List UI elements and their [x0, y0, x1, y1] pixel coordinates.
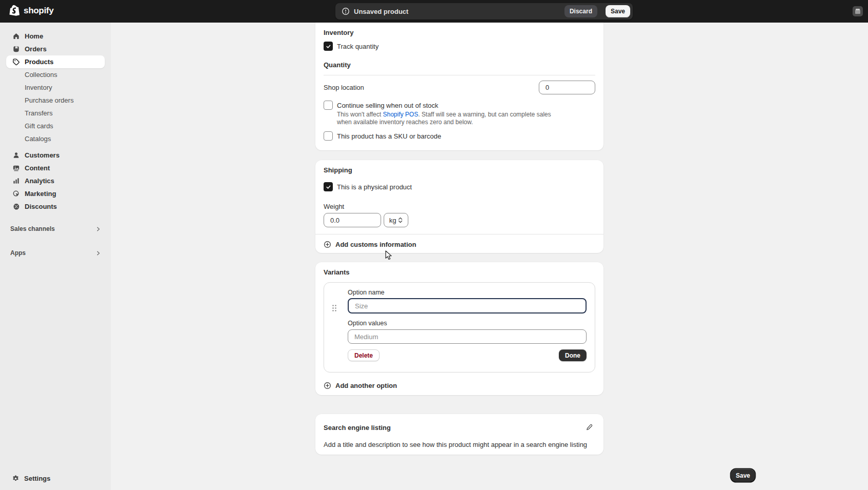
sidebar-item-label: Customers — [25, 151, 60, 159]
store-avatar[interactable] — [853, 6, 863, 16]
sidebar-section-apps[interactable]: Apps — [5, 246, 106, 260]
done-button[interactable]: Done — [559, 349, 587, 361]
shopify-logo[interactable]: shopify — [8, 4, 53, 17]
customers-icon — [12, 151, 20, 160]
inventory-card: Inventory Track quantity Quantity Shop l… — [315, 23, 603, 150]
analytics-icon — [12, 177, 20, 185]
continue-selling-row: Continue selling when out of stock — [324, 101, 595, 110]
sidebar-item-label: Purchase orders — [25, 96, 73, 104]
add-customs-row[interactable]: Add customs information — [324, 234, 595, 254]
content-icon — [12, 164, 20, 172]
variants-card: Variants Option name Option values Delet… — [315, 262, 603, 395]
quantity-divider — [324, 75, 595, 75]
topbar: shopify Unsaved product Discard Save — [0, 0, 868, 23]
delete-option-button[interactable]: Delete — [348, 349, 380, 361]
shipping-title: Shipping — [324, 166, 595, 174]
edit-seo-button[interactable] — [583, 421, 595, 434]
gear-icon — [12, 475, 20, 482]
quantity-title: Quantity — [324, 61, 595, 69]
sidebar-nav: Home Orders Products Collections Invento… — [0, 23, 111, 260]
sidebar-item-analytics[interactable]: Analytics — [6, 174, 105, 187]
unsaved-changes-bar: Unsaved product Discard Save — [335, 3, 633, 19]
physical-product-row: This is a physical product — [324, 182, 595, 191]
sidebar-item-label: Catalogs — [25, 135, 51, 143]
sidebar-item-catalogs[interactable]: Catalogs — [6, 132, 105, 145]
sidebar-item-settings[interactable]: Settings — [6, 472, 105, 485]
seo-header: Search engine listing — [324, 421, 595, 434]
apps-label: Apps — [10, 249, 26, 257]
shopify-bag-icon — [8, 4, 21, 17]
continue-selling-helper: This won't affect Shopify POS. Staff wil… — [337, 111, 567, 126]
physical-product-label: This is a physical product — [337, 183, 412, 191]
shipping-card: Shipping This is a physical product Weig… — [315, 160, 603, 253]
weight-row: kg — [324, 213, 595, 227]
option-editor: Option name Option values Delete Done — [324, 282, 595, 373]
sidebar-item-orders[interactable]: Orders — [6, 43, 105, 55]
sidebar-item-label: Inventory — [25, 84, 52, 91]
sidebar-item-discounts[interactable]: Discounts — [6, 200, 105, 213]
marketing-icon — [12, 190, 20, 198]
sku-checkbox[interactable] — [324, 131, 333, 141]
sidebar-item-label: Transfers — [25, 109, 52, 117]
sidebar-item-label: Home — [25, 32, 43, 40]
sidebar-item-label: Marketing — [25, 190, 56, 198]
sidebar-item-collections[interactable]: Collections — [6, 68, 105, 81]
sidebar-item-home[interactable]: Home — [6, 30, 105, 43]
shopify-wordmark: shopify — [24, 6, 53, 16]
option-values-input[interactable] — [348, 329, 587, 344]
sidebar-item-content[interactable]: Content — [6, 162, 105, 174]
shopify-pos-link[interactable]: Shopify POS — [383, 111, 418, 118]
sidebar-item-transfers[interactable]: Transfers — [6, 107, 105, 120]
option-name-label: Option name — [348, 289, 587, 296]
seo-description: Add a title and description to see how t… — [324, 441, 595, 448]
sku-label: This product has a SKU or barcode — [337, 132, 441, 140]
shopify-admin-app: shopify Unsaved product Discard Save Hom… — [0, 0, 868, 490]
shop-location-label: Shop location — [324, 84, 364, 91]
sidebar-section-sales-channels[interactable]: Sales channels — [5, 222, 106, 236]
quantity-input[interactable] — [539, 81, 595, 94]
sidebar-item-products[interactable]: Products — [6, 55, 105, 68]
sidebar-item-marketing[interactable]: Marketing — [6, 187, 105, 200]
sidebar-item-inventory[interactable]: Inventory — [6, 81, 105, 94]
track-quantity-row: Track quantity — [324, 42, 595, 51]
add-customs-label: Add customs information — [335, 241, 416, 248]
drag-handle-icon[interactable] — [332, 304, 337, 312]
sidebar-item-label: Content — [25, 164, 50, 172]
orders-icon — [12, 45, 20, 53]
weight-unit-select[interactable]: kg — [384, 213, 408, 227]
sidebar-item-customers[interactable]: Customers — [6, 149, 105, 162]
physical-product-checkbox[interactable] — [324, 182, 333, 191]
alert-icon — [342, 7, 350, 15]
chevron-right-icon — [96, 250, 101, 256]
save-button-footer[interactable]: Save — [731, 469, 755, 482]
add-another-option-label: Add another option — [335, 382, 397, 389]
weight-unit-value: kg — [389, 217, 397, 224]
track-quantity-label: Track quantity — [337, 43, 379, 50]
sidebar-item-label: Orders — [25, 45, 47, 53]
track-quantity-checkbox[interactable] — [324, 42, 333, 51]
plus-circle-icon — [324, 382, 331, 389]
continue-selling-checkbox[interactable] — [324, 101, 333, 110]
settings-label: Settings — [24, 475, 50, 482]
weight-label: Weight — [324, 203, 595, 210]
sidebar-item-purchase-orders[interactable]: Purchase orders — [6, 94, 105, 107]
weight-input[interactable] — [324, 213, 381, 227]
add-another-option-row[interactable]: Add another option — [324, 379, 595, 392]
sidebar-item-label: Products — [25, 58, 53, 66]
sidebar-item-gift-cards[interactable]: Gift cards — [6, 120, 105, 132]
inventory-title: Inventory — [324, 29, 595, 36]
variants-title: Variants — [324, 268, 595, 276]
unsaved-status-text: Unsaved product — [354, 8, 408, 15]
seo-card: Search engine listing Add a title and de… — [315, 414, 603, 455]
save-button-topbar[interactable]: Save — [606, 5, 630, 17]
pencil-icon — [586, 424, 593, 431]
plus-circle-icon — [324, 241, 331, 248]
home-icon — [12, 32, 20, 41]
sidebar-item-label: Discounts — [25, 203, 57, 210]
option-name-input[interactable] — [348, 298, 587, 313]
products-icon — [12, 58, 20, 66]
discard-button[interactable]: Discard — [564, 5, 597, 17]
continue-selling-label: Continue selling when out of stock — [337, 102, 438, 109]
sku-row: This product has a SKU or barcode — [324, 131, 595, 141]
helper-text-prefix: This won't affect — [337, 111, 383, 118]
